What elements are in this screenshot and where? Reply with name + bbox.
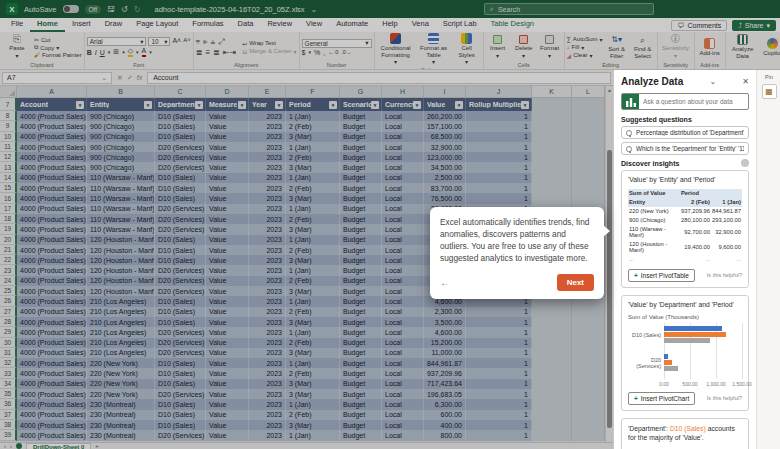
cell[interactable]: D10 (Sales) bbox=[155, 183, 206, 193]
column-header-currency[interactable]: Currency▾ bbox=[382, 98, 424, 111]
cell[interactable]: 844,961.87 bbox=[424, 358, 466, 368]
cell[interactable] bbox=[532, 430, 572, 440]
tab-page-layout[interactable]: Page Layout bbox=[129, 17, 185, 32]
cell[interactable]: 3 (Mar) bbox=[286, 420, 340, 430]
cell[interactable]: 2 (Feb) bbox=[286, 121, 340, 131]
cell[interactable]: 1 (Jan) bbox=[286, 265, 340, 275]
cell[interactable]: 220 (New York) bbox=[87, 389, 155, 399]
cell[interactable] bbox=[572, 399, 605, 409]
cell[interactable]: 1 bbox=[466, 358, 532, 368]
cell[interactable]: 32,900.00 bbox=[424, 142, 466, 152]
cell[interactable]: 1 bbox=[466, 420, 532, 430]
cell[interactable]: 3 (Mar) bbox=[286, 379, 340, 389]
cell[interactable]: D10 (Sales) bbox=[155, 317, 206, 327]
cell[interactable]: 1 bbox=[466, 389, 532, 399]
cell[interactable]: 4000 (Product Sales) bbox=[17, 224, 87, 234]
cell[interactable]: 2,500.00 bbox=[424, 173, 466, 183]
cell[interactable]: Local bbox=[382, 173, 424, 183]
cell[interactable]: Budget bbox=[340, 111, 382, 121]
cell[interactable]: 1 bbox=[466, 173, 532, 183]
cell[interactable]: Value bbox=[206, 389, 249, 399]
cell[interactable]: Budget bbox=[340, 348, 382, 358]
column-letter-J[interactable]: J bbox=[466, 86, 532, 97]
cell[interactable]: 3 (Mar) bbox=[286, 132, 340, 142]
cell[interactable]: Budget bbox=[340, 245, 382, 255]
row-number[interactable]: 28 bbox=[0, 317, 17, 327]
cell[interactable]: 1 (Jan) bbox=[286, 430, 340, 440]
cell[interactable]: 1 bbox=[466, 348, 532, 358]
cell[interactable]: Value bbox=[206, 173, 249, 183]
cell[interactable]: 230 (Montreal) bbox=[87, 399, 155, 409]
cell[interactable]: 210 (Los Angeles) bbox=[87, 327, 155, 337]
cell[interactable]: Budget bbox=[340, 152, 382, 162]
cell[interactable]: 1 (Jan) bbox=[286, 235, 340, 245]
cell[interactable]: 34,500.00 bbox=[424, 162, 466, 172]
row-number[interactable]: 9 bbox=[0, 121, 17, 131]
cell[interactable]: Value bbox=[206, 245, 249, 255]
column-header-account[interactable]: Account▾ bbox=[17, 98, 87, 111]
cell[interactable]: Value bbox=[206, 327, 249, 337]
cut-button[interactable]: ✂Cut bbox=[34, 36, 82, 43]
align-top-icon[interactable]: ⫧ bbox=[196, 37, 201, 47]
copilot-button[interactable]: Copilot bbox=[760, 38, 780, 57]
cell[interactable]: 2023 bbox=[249, 265, 286, 275]
row-number[interactable]: 16 bbox=[0, 193, 17, 203]
filter-dropdown-icon[interactable]: ▾ bbox=[76, 101, 84, 109]
cell[interactable]: Local bbox=[382, 204, 424, 214]
insert-pivotchart-button[interactable]: + Insert PivotChart bbox=[628, 392, 695, 405]
cell[interactable]: D10 (Sales) bbox=[155, 255, 206, 265]
cell[interactable]: D20 (Services) bbox=[155, 152, 206, 162]
cell[interactable]: 2 (Feb) bbox=[286, 307, 340, 317]
align-bottom-icon[interactable]: ⫨ bbox=[211, 37, 216, 47]
cell[interactable]: 4000 (Product Sales) bbox=[17, 183, 87, 193]
cell[interactable]: Local bbox=[382, 224, 424, 234]
cell[interactable]: 4000 (Product Sales) bbox=[17, 265, 87, 275]
cell[interactable]: Budget bbox=[340, 327, 382, 337]
cell[interactable]: 937,209.96 bbox=[424, 368, 466, 378]
select-all-corner[interactable] bbox=[0, 86, 17, 97]
cell[interactable]: Value bbox=[206, 111, 249, 121]
cell[interactable]: 123,000.00 bbox=[424, 152, 466, 162]
filter-dropdown-icon[interactable]: ▾ bbox=[521, 101, 529, 109]
cell[interactable] bbox=[532, 410, 572, 420]
cell[interactable]: D20 (Services) bbox=[155, 327, 206, 337]
column-letter-K[interactable]: K bbox=[532, 86, 572, 97]
cell[interactable]: Local bbox=[382, 111, 424, 121]
panel-close-icon[interactable]: ✕ bbox=[735, 77, 749, 86]
row-number[interactable]: 18 bbox=[0, 214, 17, 224]
cell[interactable]: 4000 (Product Sales) bbox=[17, 420, 87, 430]
cell[interactable]: 4000 (Product Sales) bbox=[17, 399, 87, 409]
column-letter-F[interactable]: F bbox=[286, 86, 340, 97]
cell[interactable]: 2023 bbox=[249, 379, 286, 389]
cell[interactable]: Value bbox=[206, 183, 249, 193]
cell[interactable] bbox=[572, 173, 605, 183]
merge-center-button[interactable]: ⊟Merge & Center ▾ bbox=[242, 48, 296, 55]
cell[interactable]: 717,423.64 bbox=[424, 379, 466, 389]
cell[interactable]: 68,500.00 bbox=[424, 132, 466, 142]
cell[interactable]: Value bbox=[206, 430, 249, 440]
cell[interactable]: Value bbox=[206, 368, 249, 378]
cell[interactable]: 900 (Chicago) bbox=[87, 111, 155, 121]
filter-dropdown-icon[interactable]: ▾ bbox=[413, 101, 421, 109]
cell[interactable]: 4000 (Product Sales) bbox=[17, 235, 87, 245]
indent-icons[interactable]: ⇤⇥ bbox=[223, 48, 236, 57]
cell[interactable]: 4000 (Product Sales) bbox=[17, 152, 87, 162]
cell[interactable] bbox=[532, 98, 572, 111]
cell[interactable]: D20 (Services) bbox=[155, 214, 206, 224]
cell[interactable] bbox=[572, 379, 605, 389]
cell[interactable]: Local bbox=[382, 193, 424, 203]
cell[interactable]: 1 (Jan) bbox=[286, 399, 340, 409]
column-letter-B[interactable]: B bbox=[87, 86, 155, 97]
row-number[interactable]: 14 bbox=[0, 173, 17, 183]
cell[interactable]: Value bbox=[206, 296, 249, 306]
cell[interactable]: Value bbox=[206, 307, 249, 317]
cell[interactable]: Local bbox=[382, 338, 424, 348]
cell[interactable]: D20 (Services) bbox=[155, 430, 206, 440]
row-number[interactable]: 29 bbox=[0, 327, 17, 337]
cell[interactable]: Local bbox=[382, 276, 424, 286]
cell[interactable]: 2 (Feb) bbox=[286, 152, 340, 162]
cell[interactable]: 220 (New York) bbox=[87, 379, 155, 389]
cell[interactable]: Budget bbox=[340, 286, 382, 296]
column-header-department[interactable]: Department▾ bbox=[155, 98, 206, 111]
cell[interactable]: 1 bbox=[466, 317, 532, 327]
